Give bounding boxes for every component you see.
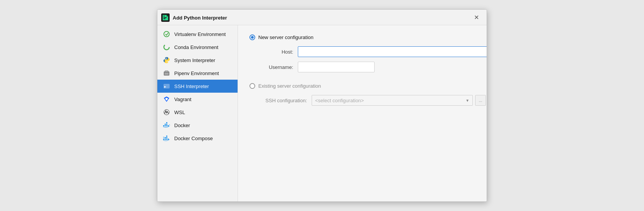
main-content: New server configuration Host: Port: Use… bbox=[238, 25, 487, 201]
svg-rect-26 bbox=[166, 136, 167, 137]
new-server-radio[interactable] bbox=[249, 34, 255, 40]
ssh-config-row: SSH configuration: <select configuration… bbox=[249, 95, 487, 106]
ssh-config-select: <select configuration> ▼ bbox=[312, 95, 473, 106]
username-label: Username: bbox=[259, 64, 293, 70]
ssh-config-select-wrapper: <select configuration> ▼ ... bbox=[312, 95, 486, 106]
svg-rect-15 bbox=[165, 125, 166, 126]
title-bar: Add Python Interpreter ✕ bbox=[157, 10, 487, 25]
svg-rect-14 bbox=[163, 125, 164, 126]
dialog-body: Virtualenv Environment Conda Environment… bbox=[157, 25, 487, 201]
ssh-icon: ▶ bbox=[163, 82, 170, 90]
svg-rect-4 bbox=[163, 18, 165, 19]
docker-compose-icon bbox=[163, 134, 170, 142]
pipenv-icon bbox=[163, 69, 170, 77]
conda-icon bbox=[163, 43, 170, 51]
svg-rect-20 bbox=[168, 125, 169, 126]
existing-server-section: Existing server configuration SSH config… bbox=[249, 83, 487, 106]
host-label: Host: bbox=[259, 49, 293, 55]
host-input[interactable] bbox=[298, 46, 487, 57]
existing-server-radio-row[interactable]: Existing server configuration bbox=[249, 83, 487, 89]
svg-rect-10 bbox=[165, 73, 168, 75]
sidebar-item-label: Docker Compose bbox=[174, 136, 213, 141]
sidebar-item-label: Docker bbox=[174, 123, 190, 128]
sidebar-item-vagrant[interactable]: Vagrant bbox=[157, 93, 238, 106]
new-server-label: New server configuration bbox=[258, 34, 314, 40]
dialog-title: Add Python Interpreter bbox=[173, 15, 227, 21]
svg-rect-3 bbox=[163, 17, 167, 18]
sidebar-item-label: Virtualenv Environment bbox=[174, 31, 226, 37]
svg-rect-28 bbox=[163, 137, 164, 138]
close-button[interactable]: ✕ bbox=[472, 14, 481, 21]
title-bar-left: Add Python Interpreter bbox=[161, 13, 227, 22]
existing-server-radio[interactable] bbox=[249, 83, 255, 89]
sidebar-item-virtualenv[interactable]: Virtualenv Environment bbox=[157, 28, 238, 41]
sidebar-item-docker-compose[interactable]: Docker Compose bbox=[157, 132, 238, 145]
sidebar-item-docker[interactable]: Docker bbox=[157, 119, 238, 132]
sidebar: Virtualenv Environment Conda Environment… bbox=[157, 25, 238, 201]
username-row: Username: bbox=[249, 62, 487, 72]
svg-point-6 bbox=[164, 31, 169, 37]
sidebar-item-label: SSH Interpreter bbox=[174, 83, 209, 89]
svg-rect-18 bbox=[166, 124, 167, 125]
new-server-section: New server configuration Host: Port: Use… bbox=[249, 34, 487, 72]
dots-label: ... bbox=[479, 98, 482, 103]
sidebar-item-conda[interactable]: Conda Environment bbox=[157, 41, 238, 54]
sidebar-item-label: Conda Environment bbox=[174, 44, 218, 50]
host-port-row: Host: Port: bbox=[249, 46, 487, 57]
existing-server-label: Existing server configuration bbox=[258, 83, 321, 89]
sidebar-item-ssh[interactable]: ▶ SSH Interpreter bbox=[157, 80, 238, 93]
sidebar-item-wsl[interactable]: WSL bbox=[157, 106, 238, 119]
docker-icon bbox=[163, 121, 170, 129]
svg-rect-21 bbox=[163, 139, 164, 140]
svg-rect-17 bbox=[165, 124, 166, 125]
wsl-icon bbox=[163, 108, 170, 116]
new-server-radio-row[interactable]: New server configuration bbox=[249, 34, 487, 40]
python-icon bbox=[163, 56, 170, 64]
svg-rect-27 bbox=[168, 139, 169, 140]
svg-rect-25 bbox=[166, 137, 167, 138]
svg-text:▶: ▶ bbox=[164, 85, 166, 88]
ssh-config-placeholder: <select configuration> bbox=[315, 98, 364, 103]
svg-rect-16 bbox=[166, 125, 167, 126]
add-python-interpreter-dialog: Add Python Interpreter ✕ Virtualenv Envi… bbox=[157, 9, 487, 202]
virtualenv-icon bbox=[163, 30, 170, 38]
svg-rect-19 bbox=[166, 122, 167, 123]
sidebar-item-label: Pipenv Environment bbox=[174, 70, 219, 76]
svg-rect-23 bbox=[166, 139, 167, 140]
svg-rect-22 bbox=[165, 139, 166, 140]
username-input[interactable] bbox=[298, 62, 375, 72]
dropdown-arrow-icon: ▼ bbox=[466, 98, 469, 103]
sidebar-item-label: WSL bbox=[174, 110, 185, 115]
svg-point-7 bbox=[164, 44, 169, 50]
svg-rect-24 bbox=[165, 137, 166, 138]
sidebar-item-label: Vagrant bbox=[174, 97, 192, 102]
vagrant-icon bbox=[163, 95, 170, 103]
pycharm-logo-icon bbox=[161, 13, 170, 22]
sidebar-item-system[interactable]: System Interpreter bbox=[157, 54, 238, 67]
ssh-config-label: SSH configuration: bbox=[259, 98, 307, 103]
svg-rect-5 bbox=[163, 16, 165, 16]
sidebar-item-pipenv[interactable]: Pipenv Environment bbox=[157, 67, 238, 80]
sidebar-item-label: System Interpreter bbox=[174, 57, 215, 63]
ssh-config-dots-button[interactable]: ... bbox=[475, 95, 486, 106]
